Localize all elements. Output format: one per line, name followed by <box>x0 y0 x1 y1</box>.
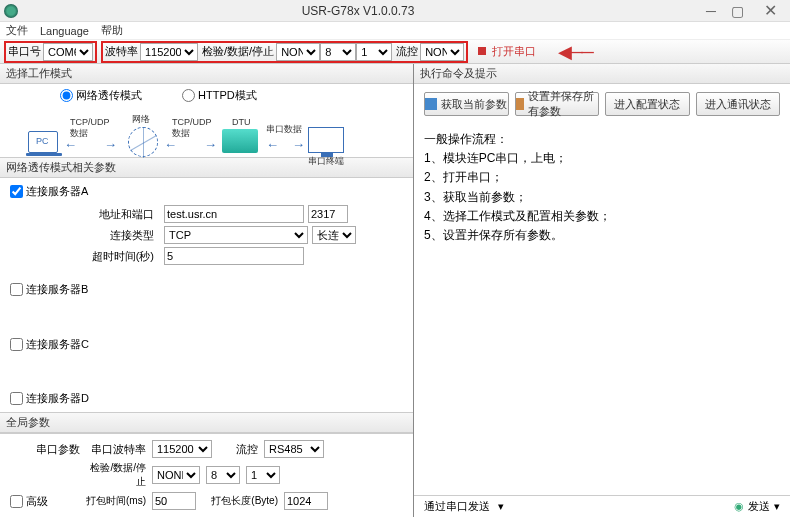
flow-select[interactable]: NONE <box>420 43 464 61</box>
server-c-checkbox[interactable] <box>10 338 23 351</box>
log-line: 4、选择工作模式及配置相关参数； <box>424 207 780 226</box>
mode-radios: 网络透传模式 HTTPD模式 <box>0 84 413 107</box>
send-bar: 通过串口发送 ▾ ◉ 发送 ▾ <box>414 495 790 517</box>
type-label: 连接类型 <box>80 228 160 243</box>
log-title: 一般操作流程： <box>424 130 780 149</box>
port-label: 串口号 <box>8 44 41 59</box>
server-d-label: 连接服务器D <box>26 391 89 406</box>
packtime-input[interactable] <box>152 492 196 510</box>
gbaud-select[interactable]: 115200 <box>152 440 212 458</box>
server-a-label: 连接服务器A <box>26 184 88 199</box>
toolbar: 串口号 COM6 波特率 115200 检验/数据/停止 NONE 8 1 流控… <box>0 40 790 64</box>
mode-httpd[interactable]: HTTPD模式 <box>182 88 257 103</box>
globe-icon <box>128 127 158 157</box>
dtu-label: DTU <box>232 117 251 127</box>
server-d-row: 连接服务器D <box>0 385 413 412</box>
gflow-select[interactable]: RS485 <box>264 440 324 458</box>
command-buttons: 获取当前参数 设置并保存所有参数 进入配置状态 进入通讯状态 <box>414 84 790 124</box>
arrow-icon: ← <box>64 137 77 152</box>
main-area: 选择工作模式 网络透传模式 HTTPD模式 PC TCP/UDP数据 ← → 网… <box>0 64 790 517</box>
window-title: USR-G78x V1.0.0.73 <box>18 4 698 18</box>
titlebar: USR-G78x V1.0.0.73 ─ ▢ ✕ <box>0 0 790 22</box>
databits-select[interactable]: 8 <box>320 43 356 61</box>
mode-net[interactable]: 网络透传模式 <box>60 88 142 103</box>
log-line: 3、获取当前参数； <box>424 188 780 207</box>
gbaud-label: 串口波特率 <box>86 442 146 457</box>
type-select[interactable]: TCP <box>164 226 308 244</box>
menu-help[interactable]: 帮助 <box>101 23 123 38</box>
close-button[interactable]: ✕ <box>750 1 790 21</box>
gflow-label: 流控 <box>218 442 258 457</box>
open-port-button[interactable]: 打开串口 <box>478 44 536 59</box>
arrow-icon: ← <box>266 137 279 152</box>
advanced-label: 高级 <box>26 494 48 509</box>
download-icon <box>425 98 437 110</box>
gstop-select[interactable]: 1 <box>246 466 280 484</box>
server-c-label: 连接服务器C <box>26 337 89 352</box>
get-params-button[interactable]: 获取当前参数 <box>424 92 509 116</box>
dropdown-icon[interactable]: ▾ <box>498 500 504 513</box>
log-line: 5、设置并保存所有参数。 <box>424 226 780 245</box>
server-d-checkbox[interactable] <box>10 392 23 405</box>
timeout-label: 超时时间(秒) <box>80 249 160 264</box>
set-params-button[interactable]: 设置并保存所有参数 <box>515 92 600 116</box>
addr-input[interactable] <box>164 205 304 223</box>
netparams-section-head: 网络透传模式相关参数 <box>0 157 413 178</box>
global-params: 串口参数 串口波特率 115200 流控 RS485 检验/数据/停止 NONE… <box>0 433 413 517</box>
serial-params-label: 串口参数 <box>10 442 80 457</box>
save-icon <box>516 98 524 110</box>
serial-params-group: 波特率 115200 检验/数据/停止 NONE 8 1 流控 NONE <box>101 41 468 63</box>
packlen-label: 打包长度(Byte) <box>202 494 278 508</box>
menu-language[interactable]: Language <box>40 25 89 37</box>
baud-label: 波特率 <box>105 44 138 59</box>
comm-mode-button[interactable]: 进入通讯状态 <box>696 92 781 116</box>
serial-label: 串口数据 <box>266 123 302 136</box>
right-panel: 执行命令及提示 获取当前参数 设置并保存所有参数 进入配置状态 进入通讯状态 一… <box>414 64 790 517</box>
port-group: 串口号 COM6 <box>4 41 97 63</box>
term-label: 串口终端 <box>308 155 344 168</box>
addr-label: 地址和端口 <box>80 207 160 222</box>
log-line: 2、打开串口； <box>424 168 780 187</box>
server-a-checkbox[interactable] <box>10 185 23 198</box>
pc-label: PC <box>36 136 49 146</box>
window-buttons: ─ ▢ ✕ <box>698 1 790 21</box>
arrow-icon: → <box>204 137 217 152</box>
config-mode-button[interactable]: 进入配置状态 <box>605 92 690 116</box>
net-label: 网络 <box>132 113 150 126</box>
advanced-checkbox[interactable] <box>10 495 23 508</box>
send-icon: ◉ <box>734 500 744 513</box>
stopbits-select[interactable]: 1 <box>356 43 392 61</box>
port-select[interactable]: COM6 <box>43 43 93 61</box>
packlen-input[interactable] <box>284 492 328 510</box>
menu-file[interactable]: 文件 <box>6 23 28 38</box>
packtime-label: 打包时间(ms) <box>86 494 146 508</box>
gcheck-select[interactable]: NONE <box>152 466 200 484</box>
send-button[interactable]: ◉ 发送 ▾ <box>734 499 780 514</box>
dtu-icon <box>222 129 258 153</box>
baud-select[interactable]: 115200 <box>140 43 198 61</box>
server-b-checkbox[interactable] <box>10 283 23 296</box>
arrow-indicator: ◀── <box>558 41 592 63</box>
global-section-head: 全局参数 <box>0 412 413 433</box>
server-b-label: 连接服务器B <box>26 282 88 297</box>
check-label: 检验/数据/停止 <box>202 44 274 59</box>
server-b-row: 连接服务器B <box>0 276 413 303</box>
timeout-input[interactable] <box>164 247 304 265</box>
server-c-row: 连接服务器C <box>0 331 413 358</box>
left-panel: 选择工作模式 网络透传模式 HTTPD模式 PC TCP/UDP数据 ← → 网… <box>0 64 414 517</box>
stop-icon <box>478 47 486 55</box>
server-a-row: 连接服务器A <box>0 178 413 205</box>
gdata-select[interactable]: 8 <box>206 466 240 484</box>
maximize-button[interactable]: ▢ <box>724 1 750 21</box>
minimize-button[interactable]: ─ <box>698 1 724 21</box>
topology-diagram: PC TCP/UDP数据 ← → 网络 ← TCP/UDP数据 → DTU ← … <box>10 109 403 151</box>
long-select[interactable]: 长连接 <box>312 226 356 244</box>
port-input[interactable] <box>308 205 348 223</box>
mode-section-head: 选择工作模式 <box>0 64 413 84</box>
menubar: 文件 Language 帮助 <box>0 22 790 40</box>
dropdown-icon[interactable]: ▾ <box>774 500 780 513</box>
terminal-icon <box>308 127 344 153</box>
check-select[interactable]: NONE <box>276 43 320 61</box>
log-area[interactable]: 一般操作流程： 1、模块连PC串口，上电； 2、打开串口； 3、获取当前参数； … <box>414 124 790 495</box>
log-line: 1、模块连PC串口，上电； <box>424 149 780 168</box>
